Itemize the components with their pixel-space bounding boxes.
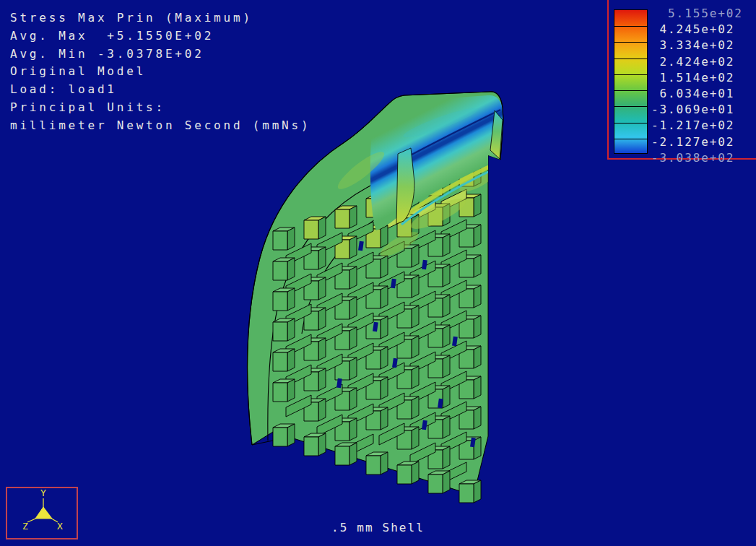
colorbar-separator [614,139,647,139]
colorbar-separator [614,42,647,43]
legend-value: 6.034e+01 [651,86,734,102]
legend-value: -1.217e+02 [651,118,734,134]
info-line: millimeter Newton Second (mmNs) [10,117,310,135]
legend-value: -2.127e+02 [651,134,734,150]
legend-value: 1.514e+02 [651,70,734,86]
info-line: Avg. Min -3.0378E+02 [10,46,310,64]
legend-labels: 5.155e+02 4.245e+02 3.334e+02 2.424e+02 … [651,0,756,158]
legend-value: -3.069e+01 [651,102,734,118]
info-line: Load: load1 [10,81,310,99]
legend-value: -3.038e+02 [651,150,734,166]
legend-value: 5.155e+02 [651,6,743,22]
axis-label-y: Y [40,488,46,498]
info-line: Original Model [10,63,310,81]
legend-value: 2.424e+02 [651,54,734,70]
info-line: Principal Units: [10,99,310,117]
info-line: Stress Max Prin (Maximum) [10,9,310,27]
stress-legend: 5.155e+02 4.245e+02 3.334e+02 2.424e+02 … [607,0,756,160]
analysis-info-panel: Stress Max Prin (Maximum)Avg. Max +5.155… [10,9,310,135]
info-line: Avg. Max +5.1550E+02 [10,27,310,46]
colorbar-separator [614,90,647,91]
legend-value: 4.245e+02 [651,22,734,38]
legend-colorbar [614,9,648,154]
colorbar-separator [614,58,647,59]
model-caption: .5 mm Shell [331,521,425,534]
axis-label-x: X [57,521,63,532]
colorbar-separator [614,106,647,107]
fea-viewport-window: Stress Max Prin (Maximum)Avg. Max +5.155… [0,0,756,546]
colorbar-separator [614,74,647,75]
colorbar-separator [614,123,647,124]
colorbar-separator [614,26,647,27]
axis-triad-icon: YZX [7,488,77,538]
legend-value: 3.334e+02 [651,38,734,53]
axis-triad: YZX [6,487,78,540]
axis-label-z: Z [22,521,28,532]
